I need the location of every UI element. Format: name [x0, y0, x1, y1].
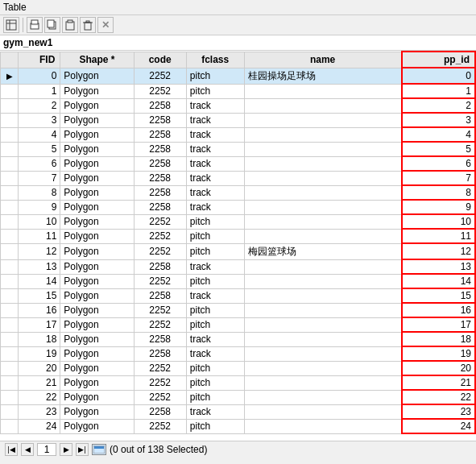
indicator-header: [1, 52, 19, 68]
cell-ppid: 0: [402, 68, 475, 84]
cell-ppid: 8: [402, 185, 475, 200]
svg-rect-10: [85, 23, 91, 30]
copy-btn[interactable]: [44, 17, 60, 33]
cell-ppid: 23: [402, 404, 475, 419]
status-bar: |◀ ◀ ▶ ▶| (0 out of 138 Selected): [0, 441, 476, 458]
table-icon-btn[interactable]: [3, 17, 19, 33]
table-row[interactable]: 5Polygon2258track5: [1, 142, 476, 156]
cell-fid: 22: [19, 390, 60, 404]
svg-rect-4: [31, 20, 38, 24]
cell-fid: 8: [19, 185, 60, 200]
cell-ppid: 15: [402, 288, 475, 303]
window-title: Table: [3, 2, 27, 13]
table-row[interactable]: 17Polygon2252pitch17: [1, 317, 476, 332]
col-header-code[interactable]: code: [134, 52, 186, 68]
row-indicator: [1, 390, 19, 404]
cell-name: [244, 214, 402, 229]
delete-btn[interactable]: [80, 17, 96, 33]
cell-shape: Polygon: [60, 229, 134, 243]
cell-ppid: 13: [402, 259, 475, 274]
cell-fid: 15: [19, 288, 60, 303]
table-row[interactable]: 20Polygon2252pitch20: [1, 361, 476, 375]
row-indicator: [1, 156, 19, 171]
table-container[interactable]: FID Shape * code fclass name pp_id ▶0Pol…: [0, 51, 476, 441]
row-indicator: ▶: [1, 68, 19, 84]
table-row[interactable]: 12Polygon2252pitch梅园篮球场12: [1, 243, 476, 259]
table-row[interactable]: ▶0Polygon2252pitch桂园操场足球场0: [1, 68, 476, 84]
table-row[interactable]: 2Polygon2258track2: [1, 98, 476, 113]
cell-code: 2258: [134, 332, 186, 346]
cell-ppid: 18: [402, 332, 475, 346]
table-row[interactable]: 1Polygon2252pitch1: [1, 84, 476, 98]
col-header-ppid[interactable]: pp_id: [402, 52, 475, 68]
row-indicator: [1, 185, 19, 200]
close-btn[interactable]: ✕: [97, 17, 114, 33]
cell-shape: Polygon: [60, 113, 134, 127]
cell-shape: Polygon: [60, 346, 134, 361]
cell-shape: Polygon: [60, 185, 134, 200]
cell-name: [244, 156, 402, 171]
table-row[interactable]: 14Polygon2252pitch14: [1, 274, 476, 288]
cell-name: 梅园篮球场: [244, 243, 402, 259]
table-row[interactable]: 10Polygon2252pitch10: [1, 214, 476, 229]
cell-ppid: 2: [402, 98, 475, 113]
cell-name: [244, 346, 402, 361]
table-row[interactable]: 18Polygon2258track18: [1, 332, 476, 346]
row-indicator: [1, 113, 19, 127]
table-row[interactable]: 23Polygon2258track23: [1, 404, 476, 419]
col-header-shape[interactable]: Shape *: [60, 52, 134, 68]
table-row[interactable]: 3Polygon2258track3: [1, 113, 476, 127]
header-row: FID Shape * code fclass name pp_id: [1, 52, 476, 68]
cell-fclass: track: [186, 171, 244, 185]
print-btn[interactable]: [27, 17, 43, 33]
cell-ppid: 1: [402, 84, 475, 98]
paste-btn[interactable]: [62, 17, 78, 33]
cell-shape: Polygon: [60, 200, 134, 214]
table-row[interactable]: 13Polygon2258track13: [1, 259, 476, 274]
cell-ppid: 17: [402, 317, 475, 332]
cell-code: 2258: [134, 404, 186, 419]
cell-shape: Polygon: [60, 127, 134, 142]
cell-fid: 7: [19, 171, 60, 185]
row-indicator: [1, 200, 19, 214]
col-header-fclass[interactable]: fclass: [186, 52, 244, 68]
cell-fid: 19: [19, 346, 60, 361]
table-row[interactable]: 21Polygon2252pitch21: [1, 375, 476, 390]
cell-name: [244, 98, 402, 113]
cell-fid: 10: [19, 214, 60, 229]
cell-code: 2252: [134, 84, 186, 98]
svg-rect-12: [86, 21, 89, 23]
table-row[interactable]: 8Polygon2258track8: [1, 185, 476, 200]
nav-first-btn[interactable]: |◀: [5, 443, 18, 456]
cell-name: [244, 113, 402, 127]
table-row[interactable]: 9Polygon2258track9: [1, 200, 476, 214]
cell-name: [244, 274, 402, 288]
table-row[interactable]: 19Polygon2258track19: [1, 346, 476, 361]
table-row[interactable]: 24Polygon2252pitch24: [1, 419, 476, 433]
table-row[interactable]: 22Polygon2252pitch22: [1, 390, 476, 404]
cell-ppid: 9: [402, 200, 475, 214]
nav-prev-btn[interactable]: ◀: [21, 443, 34, 456]
cell-shape: Polygon: [60, 288, 134, 303]
row-indicator: [1, 317, 19, 332]
cell-name: [244, 171, 402, 185]
cell-ppid: 12: [402, 243, 475, 259]
col-header-fid[interactable]: FID: [19, 52, 60, 68]
table-row[interactable]: 6Polygon2258track6: [1, 156, 476, 171]
table-row[interactable]: 16Polygon2252pitch16: [1, 303, 476, 317]
page-number-input[interactable]: [37, 443, 56, 456]
table-row[interactable]: 4Polygon2258track4: [1, 127, 476, 142]
cell-fclass: track: [186, 98, 244, 113]
row-indicator: [1, 84, 19, 98]
cell-code: 2252: [134, 419, 186, 433]
cell-shape: Polygon: [60, 274, 134, 288]
col-header-name[interactable]: name: [244, 52, 402, 68]
table-row[interactable]: 11Polygon2252pitch11: [1, 229, 476, 243]
nav-last-btn[interactable]: ▶|: [76, 443, 89, 456]
cell-fclass: pitch: [186, 375, 244, 390]
table-row[interactable]: 15Polygon2258track15: [1, 288, 476, 303]
cell-fid: 12: [19, 243, 60, 259]
table-row[interactable]: 7Polygon2258track7: [1, 171, 476, 185]
cell-fid: 16: [19, 303, 60, 317]
nav-next-btn[interactable]: ▶: [60, 443, 72, 456]
